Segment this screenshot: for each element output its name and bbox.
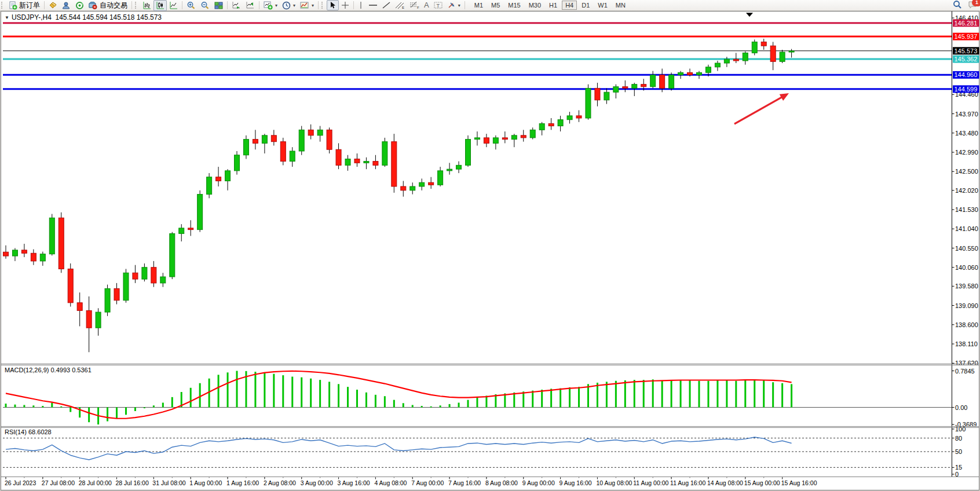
bear-candle: [641, 85, 646, 87]
trendline-button[interactable]: [380, 0, 393, 10]
bull-candle: [419, 182, 425, 186]
candle-chart-button[interactable]: [153, 0, 167, 11]
chart-canvas[interactable]: 146.410144.460143.970143.480142.990142.5…: [0, 0, 980, 491]
chart-title: ▼USDJPY-,H4 145.544 145.594 145.518 145.…: [5, 13, 162, 21]
arrows-icon: [447, 1, 456, 9]
horizontal-line-button[interactable]: [366, 0, 380, 10]
auto-trading-button[interactable]: 自动交易: [86, 0, 130, 12]
timeframe-m15-button[interactable]: M15: [504, 1, 524, 10]
chevron-down-icon: ▾: [312, 3, 314, 8]
macd-hist-bar: [14, 405, 16, 408]
bull-candle: [697, 72, 702, 75]
period-button[interactable]: ▾: [280, 0, 298, 11]
time-tick-label: 4 Aug 08:00: [374, 479, 407, 486]
bull-candle: [586, 88, 591, 118]
price-tick-label: 140.550: [955, 245, 978, 252]
new-order-button[interactable]: 新订单: [6, 0, 42, 12]
price-tick-label: 137.620: [955, 360, 978, 367]
timeframe-mn-button[interactable]: MN: [612, 1, 629, 10]
profile-button[interactable]: [60, 0, 73, 11]
arrows-button[interactable]: ▾: [445, 0, 463, 10]
zoom-in-button[interactable]: [184, 0, 198, 11]
auto-scroll-icon: [232, 1, 241, 10]
macd-hist-bar: [218, 375, 220, 407]
time-tick-label: 31 Jul 08:00: [152, 479, 185, 486]
template-button[interactable]: ▾: [298, 0, 316, 11]
bear-candle: [521, 135, 526, 138]
symbol-period-label: USDJPY-,H4: [12, 13, 52, 21]
timeframe-m1-button[interactable]: M1: [471, 1, 487, 10]
line-chart-button[interactable]: [167, 0, 180, 11]
timeframe-h1-button[interactable]: H1: [546, 1, 561, 10]
bull-candle: [410, 186, 415, 190]
bear-candle: [761, 42, 766, 46]
macd-tick-label: 0.7845: [955, 368, 975, 375]
bull-candle: [474, 138, 480, 140]
collapse-ohlc-icon[interactable]: ▼: [5, 15, 9, 20]
fibonacci-button[interactable]: F: [407, 0, 422, 10]
cursor-button[interactable]: [327, 0, 339, 10]
notifications-button[interactable]: 1: [968, 0, 978, 11]
timeframe-m5-button[interactable]: M5: [488, 1, 503, 10]
toolbar-grip[interactable]: [135, 2, 139, 9]
bear-candle: [188, 228, 193, 230]
timeframe-m30-button[interactable]: M30: [525, 1, 544, 10]
timeframe-w1-button[interactable]: W1: [594, 1, 611, 10]
time-tick-label: 26 Jul 2023: [5, 479, 36, 486]
bull-candle: [438, 171, 443, 185]
toolbar-right: 1: [953, 0, 978, 10]
line-chart-icon: [169, 1, 178, 10]
text-button[interactable]: A: [422, 1, 432, 10]
bar-chart-button[interactable]: [140, 0, 153, 11]
bull-candle: [632, 85, 637, 89]
toolbar-grip[interactable]: [321, 2, 326, 9]
bull-candle: [198, 195, 203, 230]
time-tick-label: 3 Aug 00:00: [301, 479, 333, 486]
price-tick-label: 141.040: [955, 225, 978, 232]
bull-candle: [613, 87, 619, 92]
macd-hist-bar: [661, 380, 663, 408]
search-icon[interactable]: [953, 0, 962, 11]
macd-hist-bar: [236, 371, 238, 408]
bear-candle: [3, 252, 9, 256]
bull-candle: [780, 52, 785, 61]
chart-shift-icon: [246, 1, 255, 10]
bull-candle: [511, 135, 517, 140]
macd-hist-bar: [51, 402, 53, 407]
zoom-in-icon: [187, 1, 196, 10]
price-tick-label: 139.090: [955, 302, 978, 309]
tile-windows-button[interactable]: [212, 0, 225, 11]
bear-candle: [401, 186, 406, 190]
toolbar-grip[interactable]: [1, 2, 5, 9]
timeframe-h4-button[interactable]: H4: [562, 1, 577, 10]
auto-scroll-button[interactable]: [229, 0, 243, 11]
zoom-out-icon: [200, 1, 210, 10]
crosshair-button[interactable]: [339, 0, 352, 10]
channel-button[interactable]: E: [393, 0, 407, 10]
price-badge-label: 145.573: [955, 47, 978, 54]
profile-icon: [62, 1, 71, 10]
price-tick-label: 142.020: [955, 187, 978, 194]
vertical-line-button[interactable]: [356, 0, 366, 10]
macd-hist-bar: [5, 404, 7, 407]
macd-hist-bar: [578, 387, 580, 407]
zoom-out-button[interactable]: [198, 0, 212, 11]
time-tick-label: 1 Aug 16:00: [226, 479, 259, 486]
new-chart-button[interactable]: ▾: [261, 0, 280, 11]
time-tick-label: 7 Aug 16:00: [448, 479, 481, 486]
timeframe-d1-button[interactable]: D1: [578, 1, 593, 10]
chart-shift-button[interactable]: [243, 0, 257, 11]
macd-hist-bar: [107, 408, 108, 422]
bull-candle: [142, 268, 147, 279]
macd-hist-bar: [291, 377, 293, 408]
text-label-button[interactable]: T: [432, 0, 445, 10]
time-tick-label: 14 Aug 08:00: [707, 479, 743, 486]
time-tick-label: 2 Aug 08:00: [264, 479, 296, 486]
macd-hist-bar: [541, 390, 543, 408]
chevron-down-icon: ▾: [458, 3, 460, 8]
rsi-tick-label: 50: [955, 448, 962, 455]
styler-button[interactable]: [46, 0, 60, 11]
macd-hist-bar: [282, 375, 284, 407]
bear-candle: [595, 88, 600, 100]
signals-button[interactable]: [73, 0, 86, 11]
